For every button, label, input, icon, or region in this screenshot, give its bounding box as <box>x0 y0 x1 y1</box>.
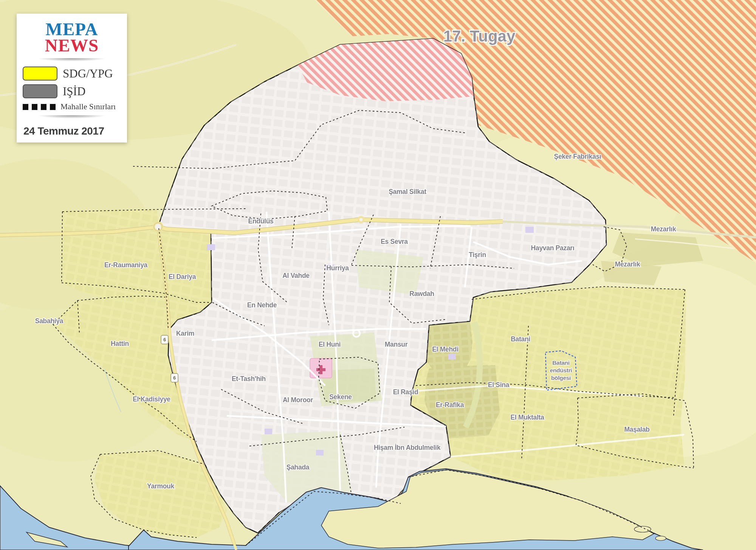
dashed-line-swatch <box>23 104 56 110</box>
legend-item-boundaries: Mahalle Sınırları <box>23 102 121 112</box>
map-screenshot: 6 6 17. Tugay Şeker Fabrikası Mezarlık M… <box>0 0 756 550</box>
label-er-raumaniya: Er-Raumaniya <box>104 261 148 269</box>
legend-divider <box>23 58 121 63</box>
legend-card: MEPA NEWS SDG/YPG IŞİD Mahalle Sınırları… <box>17 14 127 143</box>
label-er-rafika: Er-Rafika <box>436 401 464 409</box>
label-batani: Batani <box>511 335 530 343</box>
isid-color-swatch <box>23 84 57 98</box>
label-el-rasid: El Raşid <box>393 388 418 396</box>
mepa-news-logo: MEPA NEWS <box>23 19 121 57</box>
label-hayvan-pazari: Hayvan Pazarı <box>531 244 575 252</box>
route-shield: 6 <box>161 335 168 344</box>
label-et-tashhih: Et-Tash'hih <box>232 375 266 383</box>
label-seker-fabrikasi: Şeker Fabrikası <box>554 153 601 160</box>
label-mezarlik-2: Mezarlık <box>615 260 640 268</box>
label-karim: Karim <box>176 330 194 337</box>
label-el-huni: El Huni <box>319 341 341 348</box>
route-shield-number: 6 <box>163 337 166 342</box>
label-es-sevra: Es Sevra <box>381 238 408 245</box>
sdg-color-swatch <box>23 67 57 81</box>
label-batani-industry-line3: bölgesi <box>551 375 571 381</box>
boundaries-label: Mahalle Sınırları <box>60 102 116 112</box>
brand-line-2: NEWS <box>23 37 121 54</box>
route-shield: 6 <box>171 373 178 382</box>
label-17-tugay: 17. Tugay <box>443 27 516 45</box>
isid-label: IŞİD <box>63 85 85 98</box>
route-shield-number: 6 <box>173 375 176 381</box>
label-tisrin: Tişrin <box>469 251 486 259</box>
label-al-vahde: Al Vahde <box>282 272 310 279</box>
river-islet <box>634 526 651 532</box>
hospital-area <box>310 358 332 378</box>
label-batani-industry-line1: Batani <box>552 359 570 366</box>
label-el-muktalta: El Muktalta <box>510 414 544 421</box>
label-sahada: Şahada <box>287 463 310 471</box>
legend-item-isid: IŞİD <box>23 84 121 98</box>
label-hattin: Hattin <box>111 340 129 347</box>
river-islet <box>655 536 666 541</box>
label-el-sina: El Sina <box>488 381 510 389</box>
label-en-nehde: En Nehde <box>247 301 277 309</box>
label-el-dariya: El Dariya <box>169 273 196 280</box>
label-sabahiya: Sabahiya <box>35 317 64 325</box>
label-endulus: Endülüs <box>248 217 274 225</box>
sdg-label: SDG/YPG <box>63 67 113 81</box>
label-al-moroor: Al Moroor <box>283 396 313 404</box>
brand-line-1: MEPA <box>23 21 121 37</box>
legend-divider <box>23 115 121 120</box>
label-hisam-ibn-abdulmelik: Hişam İbn Abdulmelik <box>374 444 441 451</box>
label-el-mehdi: El Mehdi <box>432 345 459 353</box>
label-batani-industry-line2: endüstri <box>550 367 572 373</box>
label-masalab: Maşalab <box>624 426 650 433</box>
label-mansur: Mansur <box>385 341 408 348</box>
map-date: 24 Temmuz 2017 <box>23 124 121 138</box>
label-el-kadisiyye: El Kadisiyye <box>133 395 170 403</box>
label-samal-silkat: Şamal Silkat <box>389 188 426 195</box>
legend-item-sdg: SDG/YPG <box>23 67 121 81</box>
label-hurriya: Hurriya <box>326 264 349 272</box>
label-yarmouk: Yarmouk <box>147 482 174 490</box>
label-sekene: Sekene <box>329 393 352 401</box>
label-rawdah: Rawdah <box>409 290 434 297</box>
label-mezarlik-1: Mezarlık <box>651 225 676 233</box>
